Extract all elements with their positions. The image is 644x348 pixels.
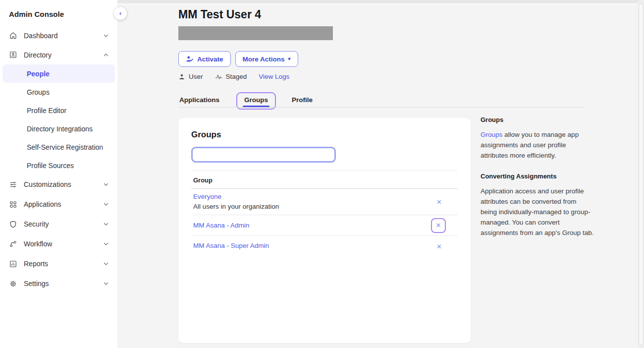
group-description: All users in your organization	[191, 203, 458, 210]
top-strip	[117, 0, 644, 4]
sidebar-collapse-button[interactable]: ‹	[114, 7, 127, 20]
action-button-row: Activate More Actions ▾	[178, 51, 298, 67]
chevron-down-icon	[104, 262, 108, 265]
sidebar-item-profile-sources[interactable]: Profile Sources	[0, 156, 117, 174]
activate-button-label: Activate	[197, 56, 223, 63]
scrollbar[interactable]	[638, 0, 644, 348]
sidebar-item-label: Profile Editor	[27, 107, 66, 115]
chevron-up-icon	[104, 54, 108, 57]
groups-panel: Groups Group Everyone All users in your …	[178, 118, 471, 343]
remove-group-button-focused[interactable]: ✕	[431, 218, 446, 233]
person-check-icon	[186, 56, 194, 62]
sidebar-item-label: Customizations	[24, 180, 101, 188]
group-search-input[interactable]	[191, 147, 336, 163]
help-groups-text: Groups allow you to manage app assignmen…	[481, 129, 619, 161]
sidebar-item-label: Settings	[24, 280, 101, 288]
sidebar-item-label: Workflow	[24, 240, 101, 248]
chevron-down-icon	[104, 223, 108, 226]
chevron-down-icon	[104, 242, 108, 245]
sidebar-item-security[interactable]: Security	[0, 214, 117, 234]
main-content: MM Test User 4 Activate More Actions ▾ U…	[117, 0, 644, 348]
home-icon	[9, 31, 17, 40]
groups-panel-heading: Groups	[191, 130, 471, 140]
group-row-mm-asana-admin: MM Asana - Admin ✕	[191, 215, 458, 236]
sidebar-item-label: Dashboard	[24, 32, 101, 40]
divider	[191, 170, 458, 171]
tab-divider	[178, 107, 585, 108]
more-actions-button[interactable]: More Actions ▾	[235, 51, 298, 67]
chevron-down-icon	[104, 203, 108, 206]
close-icon: ✕	[436, 222, 441, 229]
user-type-label: User	[189, 73, 203, 80]
page-title: MM Test User 4	[178, 8, 261, 21]
group-link[interactable]: MM Asana - Super Admin	[191, 242, 458, 249]
chevron-down-icon	[104, 282, 108, 285]
workflow-icon	[9, 240, 17, 248]
caret-down-icon: ▾	[288, 57, 291, 61]
sidebar-item-label: Profile Sources	[27, 162, 74, 170]
sidebar-item-applications[interactable]: Applications	[0, 194, 117, 214]
sliders-icon	[9, 180, 17, 189]
remove-group-button[interactable]: ✕	[436, 199, 442, 205]
sidebar: Admin Console Dashboard Directory People…	[0, 0, 117, 348]
sidebar-nav: Dashboard Directory People Groups Profil…	[0, 26, 117, 293]
sidebar-item-label: Groups	[27, 88, 50, 96]
sidebar-item-dashboard[interactable]: Dashboard	[0, 26, 117, 45]
sidebar-item-label: Reports	[24, 260, 101, 268]
directory-badge-icon	[9, 51, 17, 59]
help-converting-text: Application access and user profile attr…	[481, 186, 619, 238]
tab-groups-label: Groups	[244, 96, 268, 104]
scrollbar-thumb[interactable]	[639, 3, 644, 346]
sidebar-item-directory-integrations[interactable]: Directory Integrations	[0, 119, 117, 138]
help-groups-heading: Groups	[481, 116, 619, 123]
group-column-header: Group	[193, 176, 471, 184]
sidebar-item-label: Self-Service Registration	[27, 143, 103, 151]
sidebar-item-directory[interactable]: Directory	[0, 45, 117, 64]
sidebar-item-profile-editor[interactable]: Profile Editor	[0, 101, 117, 119]
groups-help-link[interactable]: Groups	[481, 131, 502, 138]
chevron-down-icon	[104, 183, 108, 186]
help-converting-heading: Converting Assignments	[481, 173, 619, 180]
sidebar-item-label: Directory Integrations	[27, 125, 93, 133]
redacted-email-bar	[178, 26, 333, 40]
close-icon: ✕	[436, 198, 442, 206]
sidebar-item-workflow[interactable]: Workflow	[0, 234, 117, 254]
bar-chart-icon	[9, 260, 17, 268]
pulse-icon	[215, 74, 222, 80]
activate-button[interactable]: Activate	[178, 51, 231, 67]
more-actions-button-label: More Actions	[243, 56, 285, 63]
sidebar-item-label: People	[27, 70, 50, 78]
shield-icon	[9, 220, 17, 229]
sidebar-item-label: Directory	[24, 51, 101, 59]
help-rail: Groups Groups allow you to manage app as…	[481, 116, 619, 250]
close-icon: ✕	[436, 242, 442, 250]
grid-icon	[9, 200, 17, 209]
sidebar-item-groups[interactable]: Groups	[0, 83, 117, 101]
sidebar-item-people[interactable]: People	[2, 64, 115, 83]
sidebar-item-self-service-registration[interactable]: Self-Service Registration	[0, 138, 117, 156]
sidebar-item-label: Security	[24, 220, 101, 228]
sidebar-item-settings[interactable]: Settings	[0, 274, 117, 293]
view-logs-link[interactable]: View Logs	[259, 73, 289, 80]
group-row-everyone: Everyone All users in your organization …	[191, 189, 458, 215]
chevron-down-icon	[104, 34, 108, 37]
gear-icon	[9, 280, 17, 288]
remove-group-button[interactable]: ✕	[436, 243, 442, 249]
group-row-mm-asana-super-admin: MM Asana - Super Admin ✕	[191, 236, 458, 256]
collapse-chevron-icon: ‹	[119, 9, 121, 17]
sidebar-item-label: Applications	[24, 200, 101, 208]
status-state-label: Staged	[226, 73, 247, 80]
sidebar-item-customizations[interactable]: Customizations	[0, 174, 117, 194]
group-link[interactable]: MM Asana - Admin	[191, 222, 458, 229]
sidebar-item-reports[interactable]: Reports	[0, 254, 117, 274]
status-row: User Staged View Logs	[178, 73, 289, 80]
person-icon	[178, 73, 185, 80]
app-title: Admin Console	[0, 0, 117, 18]
group-link[interactable]: Everyone	[191, 193, 458, 200]
